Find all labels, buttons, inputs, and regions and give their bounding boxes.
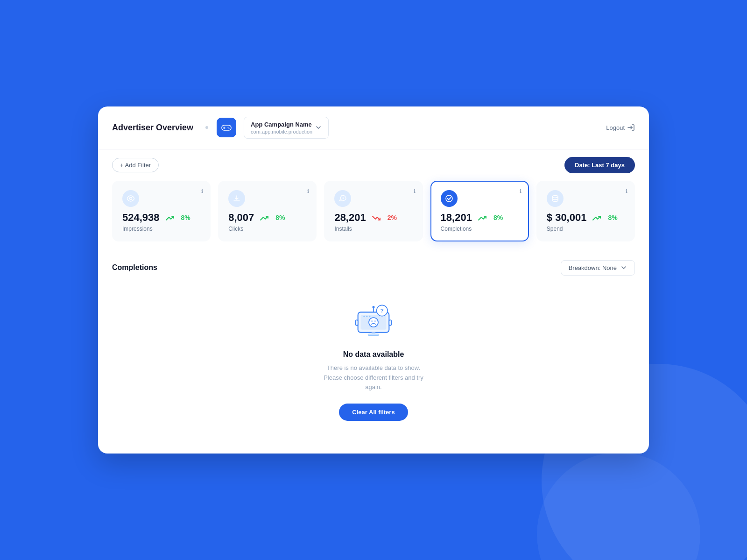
database-icon — [547, 190, 564, 207]
filter-bar: + Add Filter Date: Last 7 days — [98, 149, 649, 181]
metric-value-clicks: 8,007 8% — [228, 212, 306, 224]
date-filter-button[interactable]: Date: Last 7 days — [564, 157, 635, 173]
metric-card-installs[interactable]: 28,201 2% Installs ℹ — [324, 181, 423, 241]
metric-info-completions[interactable]: ℹ — [520, 188, 521, 194]
svg-point-6 — [130, 197, 132, 199]
app-icon-wrapper — [217, 118, 236, 137]
svg-text:?: ? — [381, 307, 384, 313]
svg-point-24 — [366, 316, 367, 317]
metric-info-clicks[interactable]: ℹ — [307, 188, 309, 194]
breakdown-dropdown[interactable]: Breakdown: None — [561, 260, 635, 276]
empty-title: No data available — [343, 350, 404, 359]
trend-icon-completions — [478, 213, 488, 222]
trend-icon-clicks — [260, 213, 270, 222]
logout-button[interactable]: Logout — [606, 124, 635, 131]
svg-point-25 — [369, 316, 370, 317]
trend-icon-impressions — [165, 213, 176, 222]
check-icon — [441, 190, 458, 207]
svg-rect-16 — [368, 334, 379, 335]
metric-value-installs: 28,201 2% — [334, 212, 412, 224]
game-controller-icon — [221, 124, 232, 131]
metric-percent-completions: 8% — [493, 214, 503, 221]
empty-description: There is no available data to show. Plea… — [317, 363, 430, 392]
svg-rect-21 — [356, 320, 358, 326]
header: Advertiser Overview App Campaign Name co… — [98, 106, 649, 149]
eye-icon — [122, 190, 139, 207]
svg-point-20 — [373, 306, 375, 308]
metric-label-spend: Spend — [547, 226, 625, 232]
svg-point-23 — [363, 316, 365, 317]
svg-point-8 — [446, 195, 452, 202]
metric-label-clicks: Clicks — [228, 226, 306, 232]
clear-filters-button[interactable]: Clear All filters — [339, 404, 408, 421]
metric-card-clicks[interactable]: 8,007 8% Clicks ℹ — [218, 181, 317, 241]
page-title: Advertiser Overview — [112, 123, 193, 133]
metric-card-spend[interactable]: $ 30,001 8% Spend ℹ — [536, 181, 635, 241]
metrics-row: 524,938 8% Impressions ℹ 8,007 8% Clicks… — [98, 181, 649, 251]
campaign-sub: com.app.mobile.production — [251, 129, 312, 135]
svg-point-4 — [229, 128, 230, 129]
metric-percent-clicks: 8% — [275, 214, 285, 221]
svg-point-14 — [374, 320, 376, 322]
metric-info-impressions[interactable]: ℹ — [201, 188, 203, 194]
svg-point-13 — [371, 320, 373, 322]
metric-card-completions[interactable]: 18,201 8% Completions ℹ — [430, 181, 529, 241]
metric-label-impressions: Impressions — [122, 226, 200, 232]
campaign-selector[interactable]: App Campaign Name com.app.mobile.product… — [244, 117, 329, 139]
chevron-down-icon — [315, 124, 322, 131]
empty-state: ? No data available There is no availabl… — [112, 290, 635, 439]
completions-section: Completions Breakdown: None — [98, 251, 649, 454]
metric-percent-spend: 8% — [608, 214, 617, 221]
logout-icon — [627, 124, 635, 131]
metric-card-impressions[interactable]: 524,938 8% Impressions ℹ — [112, 181, 211, 241]
header-separator — [205, 126, 208, 129]
trend-icon-spend — [592, 213, 602, 222]
section-title: Completions — [112, 263, 157, 272]
svg-point-7 — [343, 197, 344, 198]
svg-point-9 — [552, 195, 558, 198]
svg-point-12 — [369, 318, 378, 327]
metric-info-spend[interactable]: ℹ — [626, 188, 627, 194]
breakdown-chevron-icon — [620, 264, 627, 271]
metric-value-completions: 18,201 8% — [441, 212, 519, 224]
svg-point-3 — [228, 127, 229, 128]
metric-label-completions: Completions — [441, 226, 519, 232]
main-card: Advertiser Overview App Campaign Name co… — [98, 106, 649, 454]
metric-label-installs: Installs — [334, 226, 412, 232]
metric-percent-installs: 2% — [388, 214, 397, 221]
campaign-name: App Campaign Name — [251, 121, 312, 128]
no-data-illustration: ? — [350, 299, 397, 341]
metric-info-installs[interactable]: ℹ — [414, 188, 416, 194]
metric-percent-impressions: 8% — [181, 214, 190, 221]
add-filter-button[interactable]: + Add Filter — [112, 158, 159, 172]
svg-rect-22 — [389, 320, 391, 326]
download-icon — [228, 190, 245, 207]
rocket-icon — [334, 190, 351, 207]
metric-value-impressions: 524,938 8% — [122, 212, 200, 224]
trend-icon-installs — [372, 213, 382, 222]
metric-value-spend: $ 30,001 8% — [547, 212, 625, 224]
